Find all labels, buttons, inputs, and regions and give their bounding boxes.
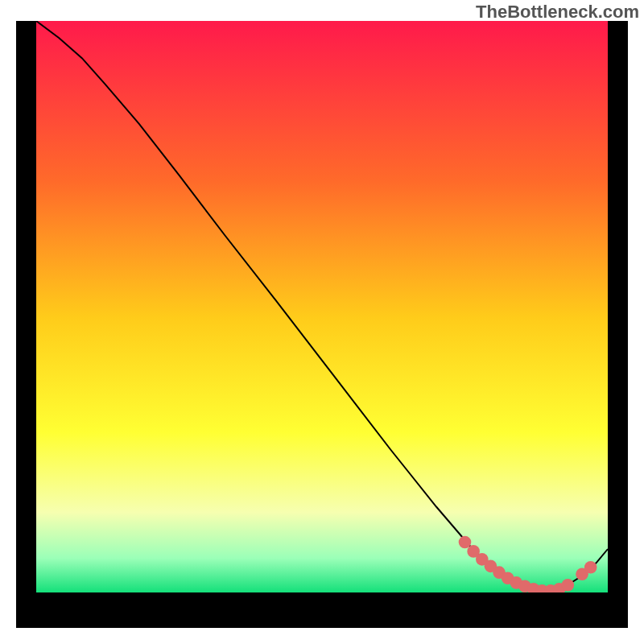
marker-dot bbox=[584, 561, 597, 574]
attribution-text: TheBottleneck.com bbox=[476, 2, 639, 23]
marker-dot bbox=[561, 579, 574, 592]
plot-frame bbox=[16, 21, 628, 628]
marker-dots bbox=[36, 21, 608, 592]
plot-area bbox=[36, 21, 608, 602]
chart-container: TheBottleneck.com bbox=[0, 0, 644, 644]
marker-dot bbox=[459, 536, 472, 549]
